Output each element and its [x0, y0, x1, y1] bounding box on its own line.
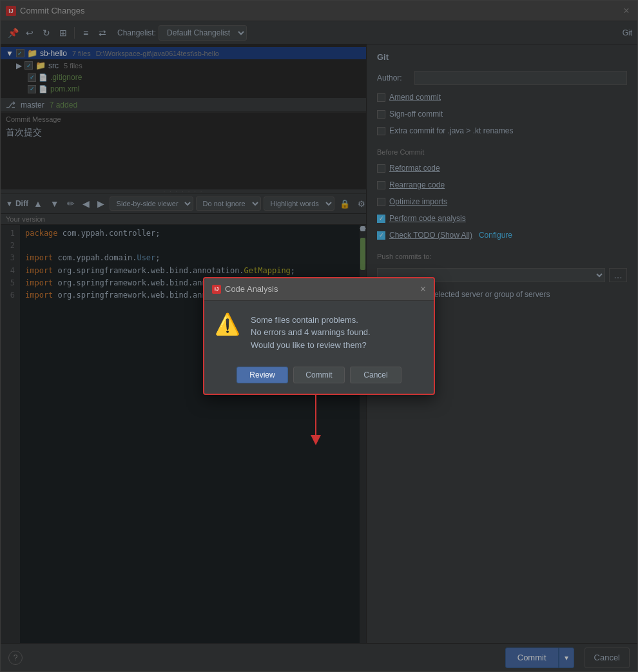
dialog-commit-button[interactable]: Commit — [293, 367, 345, 383]
dialog-body: ⚠️ Some files contain problems. No error… — [204, 301, 434, 362]
dialog-close-button[interactable]: × — [420, 283, 426, 295]
main-window: IJ Commit Changes × 📌 ↩ ↻ ⊞ ≡ ⇄ Changeli… — [0, 0, 638, 672]
dialog-title-left: IJ Code Analysis — [212, 284, 278, 294]
warning-icon: ⚠️ — [215, 314, 240, 334]
dialog-review-button[interactable]: Review — [237, 367, 288, 383]
dialog-cancel-button[interactable]: Cancel — [350, 367, 401, 383]
dialog-app-icon: IJ — [212, 285, 221, 294]
dialog-message-line1: Some files contain problems. — [251, 314, 371, 327]
arrow-annotation — [303, 395, 329, 446]
dialog-titlebar: IJ Code Analysis × — [204, 278, 434, 301]
dialog-message-line3: Would you like to review them? — [251, 339, 371, 352]
code-analysis-dialog: IJ Code Analysis × ⚠️ Some files contain… — [203, 277, 435, 396]
dialog-title-text: Code Analysis — [225, 284, 278, 294]
dialog-message-line2: No errors and 4 warnings found. — [251, 326, 371, 339]
dialog-footer: Review Commit Cancel — [204, 361, 434, 394]
dialog-wrapper: IJ Code Analysis × ⚠️ Some files contain… — [203, 277, 435, 396]
dialog-message: Some files contain problems. No errors a… — [251, 314, 371, 352]
modal-overlay: IJ Code Analysis × ⚠️ Some files contain… — [0, 0, 638, 672]
